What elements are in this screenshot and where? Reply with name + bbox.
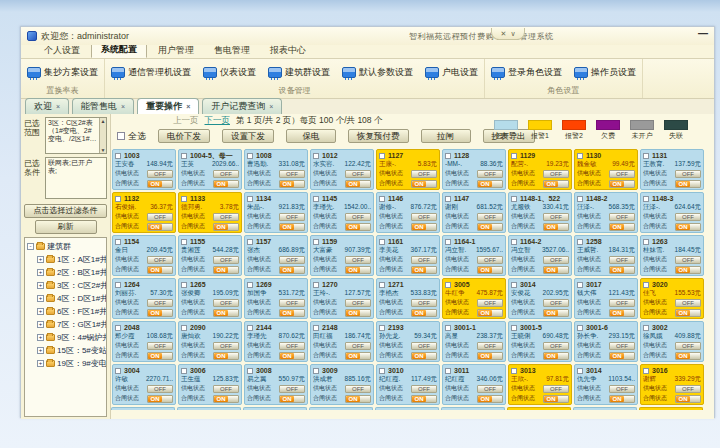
switch-toggle[interactable]: ON [147,352,173,360]
switch-toggle[interactable]: ON [675,180,701,188]
switch-on-badge[interactable]: ON [346,181,360,187]
power-off-button[interactable]: OFF [543,170,569,178]
toolbar-button[interactable]: 保电 [286,129,336,143]
power-off-button[interactable]: OFF [543,256,569,264]
ribbon-button[interactable]: 建筑群设置 [266,65,332,80]
switch-toggle[interactable]: ON [609,395,635,403]
switch-toggle[interactable]: ON [411,223,437,231]
switch-toggle[interactable]: ON [543,309,569,317]
switch-on-badge[interactable]: ON [544,310,558,316]
switch-toggle[interactable]: ON [279,266,305,274]
card-checkbox[interactable] [379,368,385,374]
power-off-button[interactable]: OFF [213,213,239,221]
card-checkbox[interactable] [577,153,583,159]
expand-icon[interactable]: + [37,295,44,302]
switch-on-badge[interactable]: ON [610,224,624,230]
power-off-button[interactable]: OFF [279,299,305,307]
ribbon-button[interactable]: 仪表设置 [201,65,258,80]
switch-toggle[interactable]: ON [213,309,239,317]
switch-on-badge[interactable]: ON [544,396,558,402]
minimize-button[interactable]: — [698,29,708,39]
switch-on-badge[interactable]: ON [544,224,558,230]
power-off-button[interactable]: OFF [609,256,635,264]
power-off-button[interactable]: OFF [147,385,173,393]
expand-icon[interactable]: + [37,269,44,276]
switch-toggle[interactable]: ON [675,309,701,317]
switch-on-badge[interactable]: ON [412,224,426,230]
switch-toggle[interactable]: ON [543,223,569,231]
power-off-button[interactable]: OFF [279,213,305,221]
switch-on-badge[interactable]: ON [412,396,426,402]
tree-item[interactable]: +2区：B区1#井/B区1#井 [37,266,106,279]
switch-on-badge[interactable]: ON [676,396,690,402]
switch-on-badge[interactable]: ON [346,353,360,359]
switch-on-badge[interactable]: ON [478,181,492,187]
card-checkbox[interactable] [247,282,253,288]
power-off-button[interactable]: OFF [147,299,173,307]
card-checkbox[interactable] [115,239,121,245]
switch-on-badge[interactable]: ON [346,224,360,230]
switch-on-badge[interactable]: ON [214,310,228,316]
prev-page-link[interactable]: 上一页 [173,115,199,127]
switch-toggle[interactable]: ON [675,223,701,231]
power-off-button[interactable]: OFF [675,342,701,350]
switch-toggle[interactable]: ON [543,266,569,274]
switch-on-badge[interactable]: ON [544,353,558,359]
ribbon-button[interactable]: 集抄方案设置 [25,65,100,80]
tree-item[interactable]: +1区：A区1#井 [37,253,106,266]
card-checkbox[interactable] [115,153,121,159]
power-off-button[interactable]: OFF [477,299,503,307]
switch-toggle[interactable]: ON [213,223,239,231]
switch-toggle[interactable]: ON [477,223,503,231]
card-checkbox[interactable] [379,282,385,288]
power-off-button[interactable]: OFF [213,385,239,393]
card-checkbox[interactable] [577,196,583,202]
switch-toggle[interactable]: ON [609,309,635,317]
switch-toggle[interactable]: ON [345,266,371,274]
switch-on-badge[interactable]: ON [676,224,690,230]
document-tab[interactable]: 欢迎× [25,98,69,114]
switch-toggle[interactable]: ON [345,352,371,360]
expand-icon[interactable]: + [37,360,44,367]
switch-toggle[interactable]: ON [213,395,239,403]
power-off-button[interactable]: OFF [345,342,371,350]
power-off-button[interactable]: OFF [279,342,305,350]
chevron-down-icon[interactable]: ∨ [510,30,515,38]
card-checkbox[interactable] [379,239,385,245]
card-checkbox[interactable] [313,282,319,288]
switch-on-badge[interactable]: ON [478,396,492,402]
selected-range-box[interactable]: 3区：C区2#表（1#变电、2#变电、/2区1#… ▲ ▼ [45,117,107,154]
switch-toggle[interactable]: ON [147,395,173,403]
switch-on-badge[interactable]: ON [280,353,294,359]
power-off-button[interactable]: OFF [543,342,569,350]
switch-toggle[interactable]: ON [345,180,371,188]
power-off-button[interactable]: OFF [345,256,371,264]
card-checkbox[interactable] [577,282,583,288]
card-checkbox[interactable] [247,153,253,159]
tree-item[interactable]: +3区：C区2#井（1#变 [37,279,106,292]
switch-on-badge[interactable]: ON [280,310,294,316]
power-off-button[interactable]: OFF [411,170,437,178]
power-off-button[interactable]: OFF [609,213,635,221]
switch-toggle[interactable]: ON [477,309,503,317]
card-checkbox[interactable] [115,368,121,374]
power-off-button[interactable]: OFF [609,299,635,307]
switch-on-badge[interactable]: ON [214,396,228,402]
switch-toggle[interactable]: ON [147,180,173,188]
switch-on-badge[interactable]: ON [544,181,558,187]
card-checkbox[interactable] [445,282,451,288]
switch-on-badge[interactable]: ON [148,267,162,273]
switch-toggle[interactable]: ON [213,352,239,360]
close-icon[interactable]: × [269,103,273,110]
card-checkbox[interactable] [313,196,319,202]
switch-toggle[interactable]: ON [345,223,371,231]
ribbon-button[interactable]: 通信管理机设置 [109,65,193,80]
refresh-button[interactable]: 刷新 [35,220,97,234]
switch-toggle[interactable]: ON [213,180,239,188]
expand-icon[interactable]: + [37,282,44,289]
switch-toggle[interactable]: ON [147,266,173,274]
card-checkbox[interactable] [643,368,649,374]
card-checkbox[interactable] [181,239,187,245]
switch-on-badge[interactable]: ON [478,224,492,230]
menu-tab[interactable]: 报表中心 [261,43,315,58]
